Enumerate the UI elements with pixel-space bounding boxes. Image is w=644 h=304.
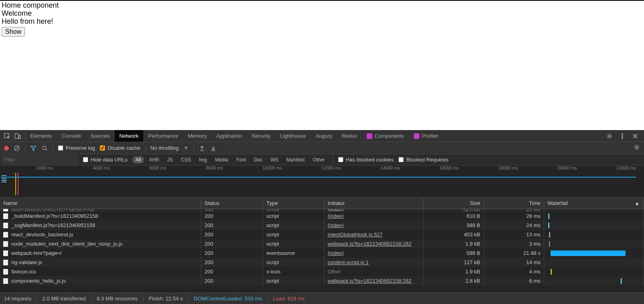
svg-point-4 [622,133,623,134]
filter-type-media[interactable]: Media [212,156,231,163]
filter-type-js[interactable]: JS [164,156,176,163]
file-icon [3,232,8,238]
blocked-requests-checkbox[interactable]: Blocked Requests [398,157,448,163]
show-button[interactable]: Show [2,27,25,37]
table-row[interactable]: react_devtools_backend.js 200 script inj… [0,230,644,239]
record-icon[interactable] [4,146,9,151]
svg-rect-1 [15,134,19,139]
svg-point-5 [622,135,623,136]
tab-console[interactable]: Console [57,130,86,142]
page-content: Home component Welcome Hello from here! … [0,0,644,37]
table-row[interactable]: ng-validate.js 200 script content-script… [0,258,644,267]
initiator-link[interactable]: (index) [328,222,344,228]
initiator-link[interactable]: content-script.js:1 [328,259,369,265]
filter-icon[interactable] [30,145,37,151]
download-har-icon[interactable] [210,145,217,151]
file-icon [3,278,8,284]
status-dcl: DOMContentLoaded: 533 ms [194,296,262,302]
filter-type-font[interactable]: Font [233,156,249,163]
network-table-header: Name Status Type Initiator Size Time Wat… [0,198,644,209]
file-icon [3,213,8,219]
device-toolbar-icon[interactable] [14,133,21,139]
col-header-waterfall[interactable]: Waterfall▲ [544,198,644,209]
tab-elements[interactable]: Elements [25,130,57,142]
file-icon [3,241,8,247]
close-icon[interactable] [632,133,638,139]
network-settings-gear-icon[interactable] [634,144,640,151]
filter-input[interactable] [2,155,78,164]
network-table-body: react-refresh.js?ts=1621340952158200scri… [0,209,644,293]
file-icon [3,260,8,265]
table-row[interactable]: webpack-hmr?page=/ 200 eventsource (inde… [0,248,644,258]
filter-type-css[interactable]: CSS [178,156,194,163]
tab-network[interactable]: Network [115,130,144,142]
page-heading: Home component [2,2,642,10]
table-row[interactable]: favicon.ico 200 x-icon Other 1.9 kB 4 ms [0,267,644,276]
tab-memory[interactable]: Memory [183,130,212,142]
devtools-panel: ElementsConsoleSourcesNetworkPerformance… [0,130,644,304]
kebab-menu-icon[interactable] [619,133,625,139]
initiator-link[interactable]: (index) [328,213,344,219]
table-row[interactable]: node_modules_next_dist_client_dev_noop_j… [0,239,644,248]
col-header-time[interactable]: Time [484,198,544,209]
table-row[interactable]: _ssgManifest.js?ts=1621340952158 200 scr… [0,221,644,230]
waterfall-bar [551,269,552,275]
disable-cache-checkbox[interactable]: Disable cache [100,145,140,151]
col-header-initiator[interactable]: Initiator [324,198,423,209]
initiator-link[interactable]: webpack.js?ts=1621340952158:262 [328,278,412,284]
filter-bar: Hide data URLs AllXHRJSCSSImgMediaFontDo… [0,154,644,165]
clear-icon[interactable] [14,145,20,151]
tab-lighthouse[interactable]: Lighthouse [275,130,311,142]
preserve-log-checkbox[interactable]: Preserve log [58,145,95,151]
sort-asc-icon: ▲ [634,200,640,206]
table-row[interactable]: _buildManifest.js?ts=1621340952158 200 s… [0,211,644,221]
waterfall-bar [549,232,550,238]
filter-type-xhr[interactable]: XHR [146,156,162,163]
status-bar: 14 requests| 2.0 MB transferred| 6.3 MB … [0,293,644,304]
initiator-link[interactable]: webpack.js?ts=1621340952158:262 [328,241,412,247]
tab-application[interactable]: Application [212,130,247,142]
tab-profiler[interactable]: Profiler [409,130,443,142]
initiator-link[interactable]: (index) [328,250,344,256]
network-toolbar: Preserve log Disable cache No throttling… [0,142,644,154]
filter-type-img[interactable]: Img [196,156,210,163]
svg-rect-2 [19,135,21,139]
waterfall-bar [551,250,625,256]
col-header-size[interactable]: Size [423,198,484,209]
network-timeline[interactable]: 2000 ms4000 ms6000 ms8000 ms10000 ms1200… [0,165,644,198]
status-resources: 6.3 MB resources [97,296,138,302]
tab-sources[interactable]: Sources [86,130,115,142]
tab-security[interactable]: Security [247,130,275,142]
upload-har-icon[interactable] [199,145,205,151]
page-text: Hello from here! [2,18,642,26]
file-icon [3,223,8,228]
filter-type-ws[interactable]: WS [267,156,281,163]
svg-point-6 [622,137,623,139]
hide-data-urls-checkbox[interactable]: Hide data URLs [83,157,128,163]
waterfall-bar [548,223,549,228]
search-icon[interactable] [41,145,48,151]
tab-components[interactable]: Components [362,130,409,142]
table-row[interactable]: components_hello_js.js 200 script webpac… [0,276,644,285]
initiator-link[interactable]: injectGlobalHook.js:527 [328,232,383,238]
svg-point-9 [636,147,638,149]
status-requests: 14 requests [4,296,31,302]
col-header-status[interactable]: Status [201,198,263,209]
svg-point-8 [43,146,46,149]
filter-type-all[interactable]: All [132,156,144,163]
throttling-select[interactable]: No throttling [151,145,179,151]
status-finish: Finish: 22.54 s [149,296,183,302]
has-blocked-cookies-checkbox[interactable]: Has blocked cookies [338,157,394,163]
settings-gear-icon[interactable] [606,133,613,139]
tab-performance[interactable]: Performance [143,130,183,142]
filter-type-other[interactable]: Other [310,156,328,163]
tab-augury[interactable]: Augury [311,130,337,142]
filter-type-manifest[interactable]: Manifest [283,156,308,163]
col-header-type[interactable]: Type [263,198,324,209]
devtools-tab-bar: ElementsConsoleSourcesNetworkPerformance… [0,130,644,142]
inspect-element-icon[interactable] [4,133,10,139]
col-header-name[interactable]: Name [0,198,201,209]
chevron-down-icon[interactable]: ▼ [184,145,189,151]
filter-type-doc[interactable]: Doc [251,156,266,163]
tab-redux[interactable]: Redux [337,130,362,142]
